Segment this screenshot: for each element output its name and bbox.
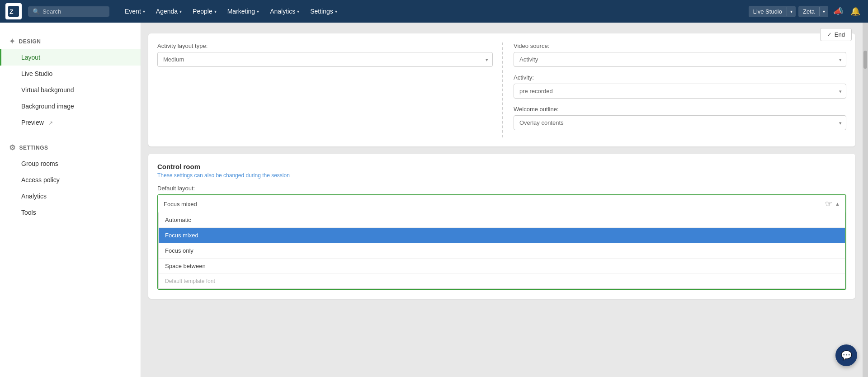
control-room-card: Control room These settings can also be …	[148, 154, 855, 299]
video-source-select[interactable]: Activity	[514, 52, 846, 67]
search-box[interactable]: 🔍 Search	[28, 6, 109, 17]
nav-marketing[interactable]: Marketing ▾	[223, 5, 264, 18]
chevron-down-icon: ▾	[335, 9, 337, 14]
nav-right: Live Studio ▾ Zeta ▾ 📣 🔔	[749, 4, 863, 19]
design-section-label: ✦ DESIGN	[0, 33, 141, 49]
sidebar-item-background-image[interactable]: Background image	[0, 98, 141, 114]
dropdown-option-automatic[interactable]: Automatic	[159, 212, 845, 228]
chat-button[interactable]: 💬	[835, 344, 857, 366]
dropdown-option-focus-mixed[interactable]: Focus mixed	[159, 228, 845, 243]
welcome-outline-select[interactable]: Overlay contents	[514, 115, 846, 130]
end-button[interactable]: ✓ End	[820, 28, 852, 41]
video-source-select-wrapper: Activity ▾	[514, 52, 846, 67]
dropdown-selected-value[interactable]: Focus mixed ☞ ▲	[158, 195, 845, 212]
control-room-title: Control room	[157, 163, 846, 170]
sidebar-item-preview[interactable]: Preview ↗	[0, 114, 141, 131]
nav-people[interactable]: People ▾	[188, 5, 221, 18]
main-content: ✓ End Activity layout type: Medium ▾ Vid…	[141, 23, 863, 377]
main-scrollbar[interactable]	[863, 23, 868, 377]
scroll-up-icon: ▲	[835, 201, 840, 207]
megaphone-icon[interactable]: 📣	[831, 4, 845, 19]
default-layout-dropdown[interactable]: Focus mixed ☞ ▲ Automatic Focus mixed Fo…	[157, 194, 846, 290]
activity-layout-select[interactable]: Medium	[157, 52, 493, 67]
sidebar-item-access-policy[interactable]: Access policy	[0, 172, 141, 188]
video-source-label: Video source:	[514, 42, 846, 49]
sidebar-item-analytics[interactable]: Analytics	[0, 188, 141, 204]
nav-agenda[interactable]: Agenda ▾	[151, 5, 186, 18]
two-col-layout: Activity layout type: Medium ▾ Video sou…	[157, 42, 846, 137]
chevron-down-icon: ▾	[257, 9, 259, 14]
zeta-btn[interactable]: Zeta ▾	[798, 6, 828, 17]
nav-event[interactable]: Event ▾	[120, 5, 150, 18]
sidebar-item-live-studio[interactable]: Live Studio	[0, 66, 141, 82]
sidebar-item-layout[interactable]: Layout	[0, 49, 141, 66]
activity-select[interactable]: pre recorded	[514, 84, 846, 99]
chevron-down-icon: ▾	[179, 9, 182, 14]
app-body: ✦ DESIGN Layout Live Studio Virtual back…	[0, 23, 868, 377]
dropdown-list: Automatic Focus mixed Focus only Space b…	[158, 212, 845, 289]
chevron-down-icon: ▾	[214, 9, 217, 14]
bell-icon[interactable]: 🔔	[848, 4, 863, 19]
default-layout-label: Default layout:	[157, 185, 846, 192]
nav-analytics[interactable]: Analytics ▾	[265, 5, 304, 18]
control-room-subtitle: These settings can also be changed durin…	[157, 172, 846, 179]
external-link-icon: ↗	[48, 120, 53, 126]
chevron-down-icon: ▾	[819, 7, 828, 16]
scrollbar-thumb	[863, 51, 867, 69]
right-column: Video source: Activity ▾ Activity: pre r…	[502, 42, 846, 137]
dropdown-option-default-template-font[interactable]: Default template font	[159, 274, 845, 288]
activity-label: Activity:	[514, 74, 846, 81]
welcome-outline-label: Welcome outline:	[514, 106, 846, 113]
sidebar-item-tools[interactable]: Tools	[0, 204, 141, 221]
settings-section-label: ⚙ SETTINGS	[0, 140, 141, 156]
activity-select-wrapper: pre recorded ▾	[514, 84, 846, 99]
chevron-down-icon: ▾	[143, 9, 145, 14]
sidebar-item-group-rooms[interactable]: Group rooms	[0, 156, 141, 172]
nav-settings[interactable]: Settings ▾	[306, 5, 342, 18]
svg-text:Z: Z	[9, 8, 14, 15]
check-icon: ✓	[827, 31, 832, 38]
chat-icon: 💬	[841, 350, 852, 361]
sidebar-item-virtual-background[interactable]: Virtual background	[0, 82, 141, 98]
search-icon: 🔍	[33, 8, 40, 15]
dropdown-controls: ☞ ▲	[825, 199, 840, 209]
design-icon: ✦	[9, 37, 15, 46]
activity-layout-label: Activity layout type:	[157, 42, 493, 49]
chevron-down-icon: ▾	[297, 9, 299, 14]
activity-layout-select-wrapper: Medium ▾	[157, 52, 493, 67]
top-navigation: Z 🔍 Search Event ▾ Agenda ▾ People ▾ Mar…	[0, 0, 868, 23]
live-studio-btn[interactable]: Live Studio ▾	[749, 6, 796, 17]
gear-icon: ⚙	[9, 143, 16, 152]
app-logo[interactable]: Z	[5, 3, 22, 19]
left-column: Activity layout type: Medium ▾	[157, 42, 502, 137]
dropdown-option-focus-only[interactable]: Focus only	[159, 243, 845, 259]
chevron-down-icon: ▾	[787, 7, 796, 16]
dropdown-option-space-between[interactable]: Space between	[159, 259, 845, 274]
welcome-outline-select-wrapper: Overlay contents ▾	[514, 115, 846, 130]
layout-settings-card: Activity layout type: Medium ▾ Video sou…	[148, 33, 855, 146]
cursor-hand-icon: ☞	[825, 199, 832, 209]
search-placeholder: Search	[42, 8, 61, 15]
sidebar: ✦ DESIGN Layout Live Studio Virtual back…	[0, 23, 141, 377]
nav-items: Event ▾ Agenda ▾ People ▾ Marketing ▾ An…	[120, 5, 745, 18]
